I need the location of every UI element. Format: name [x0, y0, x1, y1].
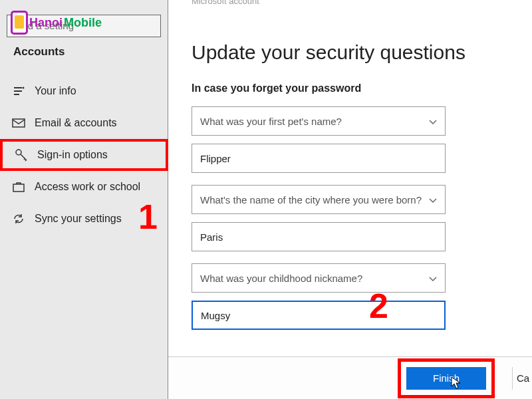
question-1-select[interactable]: What was your first pet's name?	[192, 106, 446, 136]
answer-2-input[interactable]: Paris	[192, 222, 446, 251]
logo-text-2: Mobile	[64, 16, 102, 30]
mail-icon	[12, 116, 25, 130]
svg-rect-3	[13, 184, 24, 192]
question-2-select[interactable]: What's the name of the city where you we…	[192, 185, 446, 214]
annotation-highlight-finish: Finish	[398, 358, 495, 398]
annotation-number-1: 1	[138, 197, 158, 237]
breadcrumb: Microsoft account	[192, 0, 259, 6]
sidebar-item-sign-in-options[interactable]: Sign-in options	[0, 139, 168, 171]
answer-1-value: Flipper	[200, 153, 231, 164]
question-3-label: What was your childhood nickname?	[200, 273, 362, 284]
sidebar-item-label: Your info	[35, 85, 168, 97]
logo-text-1: Hanoi	[29, 16, 63, 30]
main-panel: Update your security questions In case y…	[168, 0, 532, 399]
sidebar-section-title: Accounts	[13, 45, 65, 59]
watermark-logo: HanoiMobile	[11, 11, 102, 35]
chevron-down-icon	[429, 117, 437, 125]
page-title: Update your security questions	[192, 41, 509, 64]
sidebar-item-label: Sign-in options	[37, 149, 166, 161]
answer-1-input[interactable]: Flipper	[192, 144, 446, 173]
page-subhead: In case you forget your password	[192, 82, 509, 94]
svg-rect-1	[13, 119, 25, 127]
answer-3-value: Mugsy	[201, 310, 230, 321]
phone-icon	[11, 11, 28, 35]
footer-bar: Finish Ca	[168, 356, 532, 399]
sidebar-item-your-info[interactable]: Your info	[0, 75, 168, 107]
sidebar-item-label: Email & accounts	[35, 117, 168, 129]
key-icon	[15, 148, 28, 162]
cancel-button[interactable]: Ca	[512, 367, 532, 390]
sidebar-item-email-accounts[interactable]: Email & accounts	[0, 107, 168, 139]
svg-point-2	[16, 150, 21, 155]
person-icon	[12, 84, 25, 98]
question-2-label: What's the name of the city where you we…	[200, 194, 422, 205]
annotation-number-2: 2	[369, 286, 388, 326]
sync-icon	[12, 212, 25, 225]
chevron-down-icon	[429, 274, 437, 282]
finish-button[interactable]: Finish	[406, 367, 486, 390]
sidebar-item-label: Access work or school	[35, 181, 168, 193]
answer-3-input[interactable]: Mugsy	[192, 301, 446, 330]
briefcase-icon	[12, 180, 25, 194]
question-3-select[interactable]: What was your childhood nickname?	[192, 263, 446, 293]
chevron-down-icon	[429, 196, 437, 203]
question-1-label: What was your first pet's name?	[200, 116, 342, 127]
cursor-icon	[451, 376, 462, 390]
svg-point-0	[23, 87, 25, 89]
answer-2-value: Paris	[200, 231, 223, 243]
